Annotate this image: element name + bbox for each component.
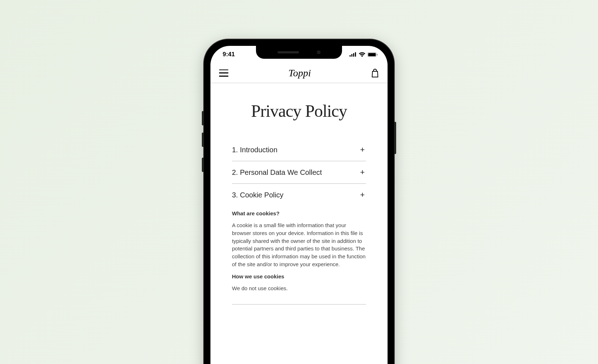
- accordion: 1. Introduction + 2. Personal Data We Co…: [232, 139, 366, 305]
- section-subheading: What are cookies?: [232, 210, 366, 216]
- accordion-header[interactable]: 2. Personal Data We Collect +: [232, 161, 366, 183]
- camera-icon: [317, 51, 321, 54]
- body-text: A cookie is a small file with informatio…: [232, 221, 366, 268]
- app-header: Toppi: [210, 63, 388, 83]
- battery-icon: [367, 52, 378, 57]
- accordion-item-cookie-policy: 3. Cookie Policy + What are cookies? A c…: [232, 184, 366, 304]
- accordion-header[interactable]: 3. Cookie Policy +: [232, 184, 366, 206]
- svg-rect-2: [353, 53, 354, 57]
- svg-rect-5: [368, 53, 376, 56]
- shopping-bag-icon[interactable]: [371, 69, 379, 77]
- accordion-item-introduction: 1. Introduction +: [232, 139, 366, 161]
- phone-frame: 9:41 Toppi Privacy Policy: [204, 39, 394, 364]
- accordion-header[interactable]: 1. Introduction +: [232, 139, 366, 161]
- screen: 9:41 Toppi Privacy Policy: [210, 46, 388, 364]
- svg-rect-6: [377, 54, 378, 56]
- signal-icon: [350, 52, 357, 57]
- plus-icon: +: [359, 168, 366, 177]
- notch: [256, 46, 342, 59]
- body-text: We do not use cookies.: [232, 284, 366, 292]
- brand-logo[interactable]: Toppi: [289, 67, 311, 79]
- accordion-body: What are cookies? A cookie is a small fi…: [232, 206, 366, 304]
- accordion-title: 2. Personal Data We Collect: [232, 168, 322, 177]
- accordion-title: 1. Introduction: [232, 145, 277, 154]
- page-content: Privacy Policy 1. Introduction + 2. Pers…: [210, 83, 388, 305]
- status-right: [350, 52, 378, 57]
- page-title: Privacy Policy: [225, 101, 373, 121]
- phone-inner: 9:41 Toppi Privacy Policy: [209, 44, 389, 364]
- section-subheading: How we use cookies: [232, 273, 366, 279]
- status-time: 9:41: [223, 51, 235, 58]
- svg-rect-0: [350, 55, 351, 57]
- menu-icon[interactable]: [219, 70, 228, 77]
- accordion-item-personal-data: 2. Personal Data We Collect +: [232, 161, 366, 184]
- wifi-icon: [359, 52, 365, 57]
- svg-rect-3: [355, 52, 356, 57]
- accordion-title: 3. Cookie Policy: [232, 191, 283, 200]
- plus-icon: +: [359, 145, 366, 154]
- plus-icon: +: [359, 190, 366, 200]
- speaker-icon: [277, 51, 299, 53]
- svg-rect-1: [351, 54, 352, 57]
